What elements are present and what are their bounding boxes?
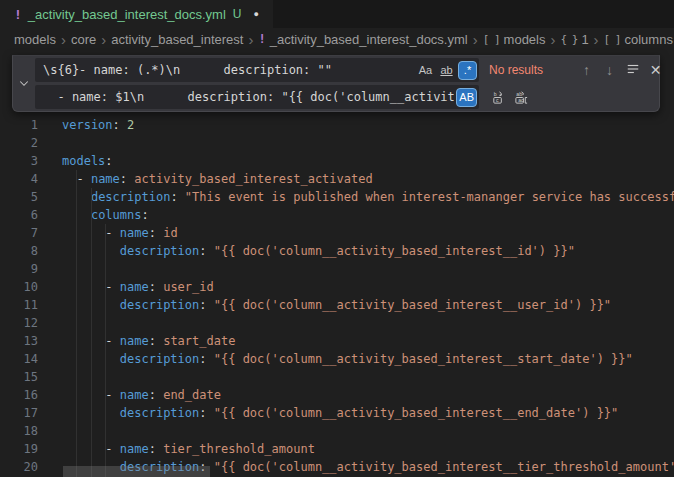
code-token: tier_threshold_amount [163,442,315,456]
svg-text:c: c [496,97,499,103]
code-line[interactable]: columns: [62,206,674,224]
line-number: 15 [0,368,62,386]
code-token: "{{ doc('column__activity_based_interest… [214,460,674,474]
line-number: 9 [0,260,62,278]
code-line[interactable]: description: "This event is published wh… [62,188,674,206]
breadcrumb-item-label: activity_based_interest [111,32,243,47]
line-number: 3 [0,152,62,170]
code-token: "{{ doc('column__activity_based_interest… [214,406,619,420]
regex-button[interactable]: .* [458,61,477,80]
code-token: : [199,352,213,366]
selection-lines-icon [626,62,640,79]
previous-match-button[interactable]: ↑ [575,59,598,82]
code-line[interactable] [62,368,674,386]
code-line[interactable]: version: 2 [62,116,674,134]
replace-input[interactable]: - name: $1\n description: "{{ doc('colum… [35,85,479,109]
array-symbol-icon: [ ] [604,33,621,46]
line-number: 12 [0,314,62,332]
code-line[interactable]: - name: tier_threshold_amount [62,440,674,458]
indent-guide [105,224,106,477]
find-in-selection-button[interactable] [621,59,644,82]
horizontal-scrollbar-thumb[interactable] [63,466,210,477]
breadcrumb-separator-icon: › [61,32,66,47]
breadcrumb-item[interactable]: activity_based_interest [111,32,243,47]
breadcrumb-item[interactable]: [ ]models [483,32,546,47]
line-number: 11 [0,296,62,314]
code-token: description [120,244,199,258]
code-token: "{{ doc('column__activity_based_interest… [214,244,575,258]
match-case-button[interactable]: Aa [416,61,435,80]
yaml-file-icon: ! [14,7,22,22]
breadcrumb-item[interactable]: { }1 [561,32,589,47]
preserve-case-button[interactable]: AB [456,88,477,107]
unsaved-changes-dot-icon[interactable]: ● [254,9,259,19]
code-token: description [120,406,199,420]
code-token: user_id [163,280,214,294]
git-status-badge: U [233,7,242,21]
breadcrumb: models›core›activity_based_interest›!_ac… [0,28,674,50]
line-number: 7 [0,224,62,242]
code-line[interactable]: description: "{{ doc('column__activity_b… [62,242,674,260]
replace-button[interactable]: cb [487,86,510,109]
code-line[interactable]: models: [62,152,674,170]
breadcrumb-item[interactable]: models [14,32,56,47]
code-token: : [149,280,163,294]
code-token: : [149,442,163,456]
breadcrumb-item-label: models [504,32,546,47]
code-token: id [163,226,177,240]
line-number: 4 [0,170,62,188]
code-line[interactable]: description: "{{ doc('column__activity_b… [62,296,674,314]
line-number: 10 [0,278,62,296]
yaml-file-icon: ! [258,32,265,46]
code-line[interactable]: description: "{{ doc('column__activity_b… [62,350,674,368]
line-number-gutter: 1234567891011121314151617181920 [0,50,62,477]
line-number: 2 [0,134,62,152]
breadcrumb-separator-icon: › [248,32,253,47]
code-line[interactable] [62,260,674,278]
breadcrumb-separator-icon: › [473,32,478,47]
code-token: name [91,172,120,186]
code-line[interactable]: - name: end_date [62,386,674,404]
code-token: description [120,298,199,312]
code-line[interactable]: - name: user_id [62,278,674,296]
code-line[interactable]: description: "{{ doc('column__activity_b… [62,404,674,422]
line-number: 6 [0,206,62,224]
breadcrumb-item-label: models [14,32,56,47]
close-button[interactable]: ✕ [644,59,667,82]
code-token: 2 [127,118,134,132]
code-token: name [120,280,149,294]
tab-filename: _activity_based_interest_docs.yml [28,7,226,22]
code-token: : [199,244,213,258]
object-symbol-icon: { } [561,33,578,46]
code-token: name [120,226,149,240]
code-token: : [149,334,163,348]
find-input[interactable]: \s{6}- name: (.*)\n description: "" Aa a… [35,58,479,82]
replace-all-button[interactable]: acab [510,86,533,109]
code-token: : [199,406,213,420]
code-token: end_date [163,388,221,402]
code-token: models [62,154,105,168]
find-results-count: No results [489,63,575,77]
svg-text:ab: ab [516,90,522,96]
breadcrumb-item[interactable]: !_activity_based_interest_docs.yml [258,32,467,47]
toggle-replace-button[interactable] [13,56,35,111]
tab-active-file[interactable]: ! _activity_based_interest_docs.yml U ● [0,0,273,28]
code-token: : [105,154,112,168]
code-token: description [120,352,199,366]
code-line[interactable]: - name: start_date [62,332,674,350]
chevron-down-icon [18,75,30,93]
whole-word-button[interactable]: ab [437,61,456,80]
breadcrumb-item[interactable]: [ ]columns [604,32,673,47]
code-line[interactable] [62,422,674,440]
code-line[interactable]: - name: activity_based_interest_activate… [62,170,674,188]
breadcrumb-item[interactable]: core [71,32,96,47]
code-line[interactable] [62,314,674,332]
line-number: 20 [0,458,62,476]
code-line[interactable] [62,134,674,152]
indent-guide [91,188,92,477]
array-symbol-icon: [ ] [483,33,500,46]
next-match-button[interactable]: ↓ [598,59,621,82]
code-content[interactable]: version: 2models: - name: activity_based… [62,50,674,477]
code-line[interactable]: - name: id [62,224,674,242]
code-token: : [199,298,213,312]
